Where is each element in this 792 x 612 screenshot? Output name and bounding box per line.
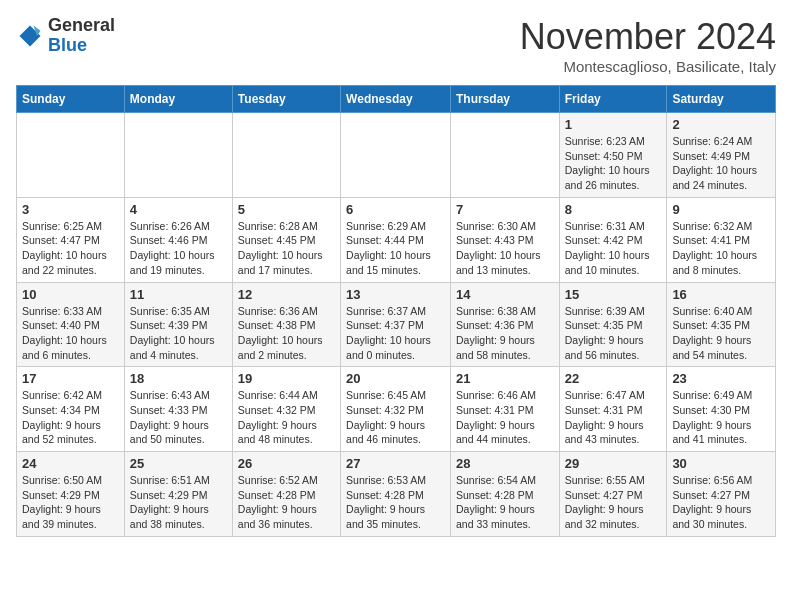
month-title: November 2024 bbox=[520, 16, 776, 58]
calendar-cell: 19Sunrise: 6:44 AM Sunset: 4:32 PM Dayli… bbox=[232, 367, 340, 452]
day-number: 20 bbox=[346, 371, 445, 386]
calendar-header-row: SundayMondayTuesdayWednesdayThursdayFrid… bbox=[17, 86, 776, 113]
day-number: 25 bbox=[130, 456, 227, 471]
weekday-header: Monday bbox=[124, 86, 232, 113]
calendar-cell: 25Sunrise: 6:51 AM Sunset: 4:29 PM Dayli… bbox=[124, 452, 232, 537]
day-info: Sunrise: 6:28 AM Sunset: 4:45 PM Dayligh… bbox=[238, 219, 335, 278]
day-info: Sunrise: 6:42 AM Sunset: 4:34 PM Dayligh… bbox=[22, 388, 119, 447]
day-number: 28 bbox=[456, 456, 554, 471]
calendar-cell: 3Sunrise: 6:25 AM Sunset: 4:47 PM Daylig… bbox=[17, 197, 125, 282]
day-number: 21 bbox=[456, 371, 554, 386]
calendar-cell: 7Sunrise: 6:30 AM Sunset: 4:43 PM Daylig… bbox=[450, 197, 559, 282]
calendar-cell: 8Sunrise: 6:31 AM Sunset: 4:42 PM Daylig… bbox=[559, 197, 667, 282]
day-info: Sunrise: 6:46 AM Sunset: 4:31 PM Dayligh… bbox=[456, 388, 554, 447]
day-number: 1 bbox=[565, 117, 662, 132]
day-info: Sunrise: 6:53 AM Sunset: 4:28 PM Dayligh… bbox=[346, 473, 445, 532]
calendar-cell: 27Sunrise: 6:53 AM Sunset: 4:28 PM Dayli… bbox=[341, 452, 451, 537]
calendar-table: SundayMondayTuesdayWednesdayThursdayFrid… bbox=[16, 85, 776, 537]
day-number: 6 bbox=[346, 202, 445, 217]
calendar-week-row: 10Sunrise: 6:33 AM Sunset: 4:40 PM Dayli… bbox=[17, 282, 776, 367]
logo-text: General Blue bbox=[48, 16, 115, 56]
day-info: Sunrise: 6:50 AM Sunset: 4:29 PM Dayligh… bbox=[22, 473, 119, 532]
day-info: Sunrise: 6:39 AM Sunset: 4:35 PM Dayligh… bbox=[565, 304, 662, 363]
weekday-header: Saturday bbox=[667, 86, 776, 113]
day-info: Sunrise: 6:23 AM Sunset: 4:50 PM Dayligh… bbox=[565, 134, 662, 193]
calendar-cell: 10Sunrise: 6:33 AM Sunset: 4:40 PM Dayli… bbox=[17, 282, 125, 367]
day-number: 17 bbox=[22, 371, 119, 386]
page-header: General Blue November 2024 Montescaglios… bbox=[16, 16, 776, 75]
weekday-header: Thursday bbox=[450, 86, 559, 113]
day-info: Sunrise: 6:44 AM Sunset: 4:32 PM Dayligh… bbox=[238, 388, 335, 447]
calendar-cell: 4Sunrise: 6:26 AM Sunset: 4:46 PM Daylig… bbox=[124, 197, 232, 282]
calendar-cell: 6Sunrise: 6:29 AM Sunset: 4:44 PM Daylig… bbox=[341, 197, 451, 282]
day-info: Sunrise: 6:55 AM Sunset: 4:27 PM Dayligh… bbox=[565, 473, 662, 532]
calendar-cell: 22Sunrise: 6:47 AM Sunset: 4:31 PM Dayli… bbox=[559, 367, 667, 452]
calendar-week-row: 1Sunrise: 6:23 AM Sunset: 4:50 PM Daylig… bbox=[17, 113, 776, 198]
calendar-cell: 16Sunrise: 6:40 AM Sunset: 4:35 PM Dayli… bbox=[667, 282, 776, 367]
day-info: Sunrise: 6:38 AM Sunset: 4:36 PM Dayligh… bbox=[456, 304, 554, 363]
calendar-week-row: 24Sunrise: 6:50 AM Sunset: 4:29 PM Dayli… bbox=[17, 452, 776, 537]
calendar-cell: 17Sunrise: 6:42 AM Sunset: 4:34 PM Dayli… bbox=[17, 367, 125, 452]
day-info: Sunrise: 6:37 AM Sunset: 4:37 PM Dayligh… bbox=[346, 304, 445, 363]
day-number: 11 bbox=[130, 287, 227, 302]
calendar-cell: 9Sunrise: 6:32 AM Sunset: 4:41 PM Daylig… bbox=[667, 197, 776, 282]
day-info: Sunrise: 6:54 AM Sunset: 4:28 PM Dayligh… bbox=[456, 473, 554, 532]
logo-icon bbox=[16, 22, 44, 50]
day-number: 29 bbox=[565, 456, 662, 471]
calendar-cell bbox=[17, 113, 125, 198]
calendar-cell: 2Sunrise: 6:24 AM Sunset: 4:49 PM Daylig… bbox=[667, 113, 776, 198]
calendar-week-row: 3Sunrise: 6:25 AM Sunset: 4:47 PM Daylig… bbox=[17, 197, 776, 282]
calendar-cell: 23Sunrise: 6:49 AM Sunset: 4:30 PM Dayli… bbox=[667, 367, 776, 452]
day-number: 12 bbox=[238, 287, 335, 302]
calendar-cell: 21Sunrise: 6:46 AM Sunset: 4:31 PM Dayli… bbox=[450, 367, 559, 452]
day-info: Sunrise: 6:43 AM Sunset: 4:33 PM Dayligh… bbox=[130, 388, 227, 447]
calendar-cell: 1Sunrise: 6:23 AM Sunset: 4:50 PM Daylig… bbox=[559, 113, 667, 198]
day-info: Sunrise: 6:33 AM Sunset: 4:40 PM Dayligh… bbox=[22, 304, 119, 363]
calendar-cell: 12Sunrise: 6:36 AM Sunset: 4:38 PM Dayli… bbox=[232, 282, 340, 367]
weekday-header: Friday bbox=[559, 86, 667, 113]
day-number: 15 bbox=[565, 287, 662, 302]
day-number: 14 bbox=[456, 287, 554, 302]
day-info: Sunrise: 6:32 AM Sunset: 4:41 PM Dayligh… bbox=[672, 219, 770, 278]
calendar-cell bbox=[341, 113, 451, 198]
day-info: Sunrise: 6:36 AM Sunset: 4:38 PM Dayligh… bbox=[238, 304, 335, 363]
calendar-cell: 5Sunrise: 6:28 AM Sunset: 4:45 PM Daylig… bbox=[232, 197, 340, 282]
day-number: 3 bbox=[22, 202, 119, 217]
day-info: Sunrise: 6:49 AM Sunset: 4:30 PM Dayligh… bbox=[672, 388, 770, 447]
calendar-cell: 20Sunrise: 6:45 AM Sunset: 4:32 PM Dayli… bbox=[341, 367, 451, 452]
day-info: Sunrise: 6:56 AM Sunset: 4:27 PM Dayligh… bbox=[672, 473, 770, 532]
day-info: Sunrise: 6:30 AM Sunset: 4:43 PM Dayligh… bbox=[456, 219, 554, 278]
day-number: 9 bbox=[672, 202, 770, 217]
day-number: 23 bbox=[672, 371, 770, 386]
day-number: 5 bbox=[238, 202, 335, 217]
calendar-cell: 30Sunrise: 6:56 AM Sunset: 4:27 PM Dayli… bbox=[667, 452, 776, 537]
calendar-cell: 28Sunrise: 6:54 AM Sunset: 4:28 PM Dayli… bbox=[450, 452, 559, 537]
day-number: 22 bbox=[565, 371, 662, 386]
day-info: Sunrise: 6:24 AM Sunset: 4:49 PM Dayligh… bbox=[672, 134, 770, 193]
calendar-cell bbox=[450, 113, 559, 198]
day-info: Sunrise: 6:52 AM Sunset: 4:28 PM Dayligh… bbox=[238, 473, 335, 532]
day-number: 2 bbox=[672, 117, 770, 132]
calendar-cell: 14Sunrise: 6:38 AM Sunset: 4:36 PM Dayli… bbox=[450, 282, 559, 367]
day-number: 26 bbox=[238, 456, 335, 471]
day-number: 7 bbox=[456, 202, 554, 217]
day-info: Sunrise: 6:31 AM Sunset: 4:42 PM Dayligh… bbox=[565, 219, 662, 278]
calendar-cell bbox=[124, 113, 232, 198]
weekday-header: Tuesday bbox=[232, 86, 340, 113]
day-number: 13 bbox=[346, 287, 445, 302]
calendar-cell: 24Sunrise: 6:50 AM Sunset: 4:29 PM Dayli… bbox=[17, 452, 125, 537]
calendar-cell: 29Sunrise: 6:55 AM Sunset: 4:27 PM Dayli… bbox=[559, 452, 667, 537]
day-number: 8 bbox=[565, 202, 662, 217]
day-info: Sunrise: 6:51 AM Sunset: 4:29 PM Dayligh… bbox=[130, 473, 227, 532]
calendar-cell: 26Sunrise: 6:52 AM Sunset: 4:28 PM Dayli… bbox=[232, 452, 340, 537]
weekday-header: Wednesday bbox=[341, 86, 451, 113]
day-number: 4 bbox=[130, 202, 227, 217]
calendar-cell: 18Sunrise: 6:43 AM Sunset: 4:33 PM Dayli… bbox=[124, 367, 232, 452]
day-info: Sunrise: 6:35 AM Sunset: 4:39 PM Dayligh… bbox=[130, 304, 227, 363]
day-number: 10 bbox=[22, 287, 119, 302]
day-info: Sunrise: 6:40 AM Sunset: 4:35 PM Dayligh… bbox=[672, 304, 770, 363]
day-info: Sunrise: 6:25 AM Sunset: 4:47 PM Dayligh… bbox=[22, 219, 119, 278]
day-number: 18 bbox=[130, 371, 227, 386]
calendar-cell: 11Sunrise: 6:35 AM Sunset: 4:39 PM Dayli… bbox=[124, 282, 232, 367]
calendar-cell bbox=[232, 113, 340, 198]
